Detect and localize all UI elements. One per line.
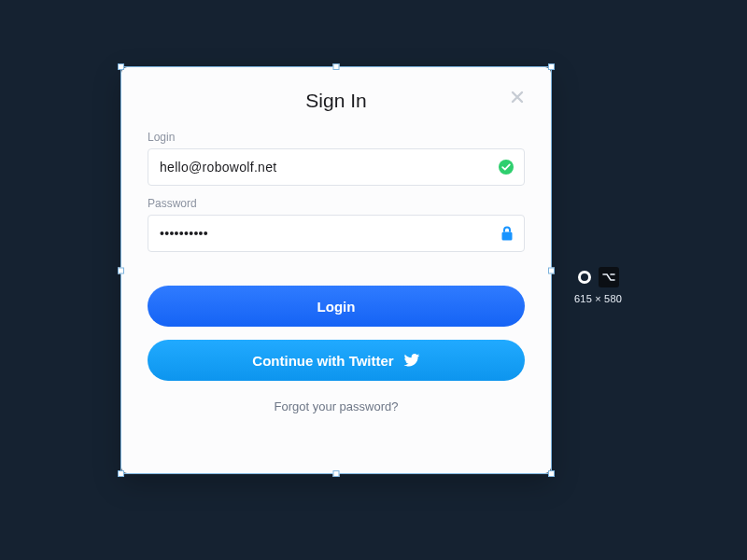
option-key-icon (602, 273, 615, 282)
ring-icon[interactable] (578, 271, 591, 284)
login-input-wrap (148, 148, 525, 186)
password-input-wrap (148, 215, 525, 252)
editor-toolbar: 615 × 580 (574, 267, 622, 304)
password-input[interactable] (148, 216, 524, 251)
lock-icon (500, 225, 514, 242)
signin-dialog: Sign In Login Password (121, 67, 551, 473)
password-field: Password (148, 197, 525, 252)
selection-dimensions: 615 × 580 (574, 293, 622, 304)
login-field: Login (148, 131, 525, 186)
login-label: Login (148, 131, 525, 144)
close-button[interactable] (506, 86, 529, 108)
login-button-label: Login (317, 299, 356, 315)
toolbar-icons (578, 267, 619, 287)
twitter-button[interactable]: Continue with Twitter (148, 340, 525, 381)
valid-icon (498, 159, 514, 175)
selection-bounds[interactable]: Sign In Login Password (121, 67, 551, 473)
dialog-header: Sign In (148, 84, 525, 118)
option-key-chip[interactable] (599, 267, 619, 287)
forgot-password-link[interactable]: Forgot your password? (148, 399, 525, 413)
login-input[interactable] (148, 149, 524, 185)
password-label: Password (148, 197, 525, 210)
twitter-icon (403, 352, 420, 369)
twitter-button-label: Continue with Twitter (252, 353, 393, 369)
svg-point-0 (499, 160, 514, 175)
login-button[interactable]: Login (148, 286, 525, 327)
close-icon (510, 90, 525, 105)
dialog-title: Sign In (305, 90, 366, 112)
svg-rect-1 (502, 232, 513, 241)
